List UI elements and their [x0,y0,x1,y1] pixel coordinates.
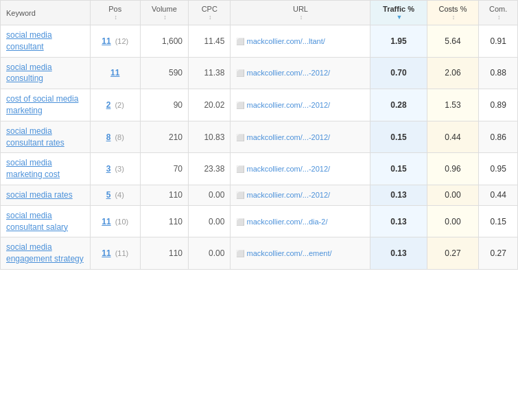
costs-cell: 0.27 [427,237,479,270]
pos-prev: (4) [113,191,124,199]
com-cell: 0.88 [479,57,518,89]
table-row: cost of social media marketing2 (2)9020.… [1,89,518,121]
volume-cell: 110 [140,237,188,270]
costs-cell: 0.44 [427,121,479,153]
sort-volume-icon: ↕ [148,14,183,21]
url-cell: ⬜mackcollier.com/...-2012/ [231,121,370,153]
external-link-icon: ⬜ [236,69,244,77]
cpc-cell: 0.00 [189,185,231,205]
traffic-cell: 0.13 [370,185,427,205]
volume-cell: 110 [140,205,188,237]
volume-cell: 590 [140,57,188,89]
sort-url-icon: ↕ [237,14,364,21]
costs-cell: 2.06 [427,57,479,89]
pos-prev: (8) [113,133,124,141]
pos-prev: (11) [113,249,129,257]
keyword-cell: social media engagement strategy [1,237,91,270]
costs-cell: 5.64 [427,25,479,58]
sort-costs-icon: ↕ [434,14,473,21]
keyword-link[interactable]: social media engagement strategy [6,242,84,264]
pos-cell: 11 (10) [90,205,140,237]
column-header-costs[interactable]: Costs % ↕ [427,1,479,25]
pos-link[interactable]: 3 [106,164,111,174]
pos-prev: (2) [113,101,124,109]
keyword-cell: social media consulting [1,57,91,89]
com-cell: 0.89 [479,89,518,121]
pos-link[interactable]: 11 [102,248,110,258]
cpc-cell: 20.02 [189,89,231,121]
com-cell: 0.91 [479,25,518,58]
url-cell: ⬜mackcollier.com/...ltant/ [231,25,370,58]
volume-cell: 90 [140,89,188,121]
url-link[interactable]: mackcollier.com/...ement/ [246,249,331,257]
pos-cell: 11 (12) [90,25,140,58]
cpc-cell: 0.00 [189,205,231,237]
column-header-cpc[interactable]: CPC ↕ [189,1,231,25]
sort-com-icon: ↕ [486,14,512,21]
com-cell: 0.15 [479,205,518,237]
pos-cell: 11 [90,57,140,89]
keyword-link[interactable]: social media marketing cost [6,158,60,179]
url-link[interactable]: mackcollier.com/...dia-2/ [246,218,327,226]
table-row: social media consulting1159011.38⬜mackco… [1,57,518,89]
url-cell: ⬜mackcollier.com/...-2012/ [231,153,370,185]
keyword-cell: cost of social media marketing [1,89,91,121]
keyword-link[interactable]: social media consultant salary [6,211,68,232]
com-cell: 0.27 [479,237,518,270]
external-link-icon: ⬜ [236,102,244,109]
url-cell: ⬜mackcollier.com/...-2012/ [231,57,370,89]
volume-cell: 1,600 [140,25,188,58]
com-cell: 0.44 [479,185,518,205]
column-header-volume[interactable]: Volume ↕ [140,1,188,25]
costs-cell: 0.00 [427,185,479,205]
url-link[interactable]: mackcollier.com/...ltant/ [246,37,325,45]
volume-cell: 210 [140,121,188,153]
url-cell: ⬜mackcollier.com/...-2012/ [231,89,370,121]
table-row: social media marketing cost3 (3)7023.38⬜… [1,153,518,185]
pos-link[interactable]: 2 [106,100,111,110]
keyword-cell: social media marketing cost [1,153,91,185]
pos-link[interactable]: 8 [106,132,111,142]
pos-prev: (10) [113,218,129,226]
pos-prev: (12) [113,37,129,45]
volume-cell: 70 [140,153,188,185]
column-header-com[interactable]: Com. ↕ [479,1,518,25]
pos-link[interactable]: 11 [110,68,119,78]
cpc-cell: 10.83 [189,121,231,153]
com-cell: 0.95 [479,153,518,185]
keyword-link[interactable]: social media consulting [6,62,52,84]
cpc-cell: 23.38 [189,153,231,185]
pos-cell: 8 (8) [90,121,140,153]
pos-link[interactable]: 11 [102,217,110,226]
traffic-cell: 0.13 [370,237,427,270]
column-header-traffic[interactable]: Traffic % ▼ [370,1,427,25]
column-header-pos[interactable]: Pos ↕ [90,1,140,25]
external-link-icon: ⬜ [236,191,244,199]
costs-cell: 0.00 [427,205,479,237]
url-link[interactable]: mackcollier.com/...-2012/ [246,101,330,109]
traffic-cell: 0.70 [370,57,427,89]
keyword-link[interactable]: social media consultant [6,30,52,51]
table-row: social media rates5 (4)1100.00⬜mackcolli… [1,185,518,205]
pos-link[interactable]: 11 [102,36,110,46]
column-header-url[interactable]: URL ↕ [231,1,370,25]
volume-cell: 110 [140,185,188,205]
url-cell: ⬜mackcollier.com/...dia-2/ [231,205,370,237]
url-link[interactable]: mackcollier.com/...-2012/ [246,191,330,199]
sort-cpc-icon: ↕ [196,14,224,21]
keyword-link[interactable]: social media rates [6,190,73,200]
url-link[interactable]: mackcollier.com/...-2012/ [246,165,330,173]
traffic-cell: 0.28 [370,89,427,121]
url-link[interactable]: mackcollier.com/...-2012/ [246,133,330,141]
traffic-cell: 1.95 [370,25,427,58]
column-header-keyword: Keyword [1,1,91,25]
sort-pos-icon: ↕ [97,14,134,21]
keyword-cell: social media consultant salary [1,205,91,237]
keyword-link[interactable]: cost of social media marketing [6,94,78,115]
costs-cell: 0.96 [427,153,479,185]
pos-link[interactable]: 5 [106,190,111,200]
url-link[interactable]: mackcollier.com/...-2012/ [246,69,330,77]
url-cell: ⬜mackcollier.com/...ement/ [231,237,370,270]
traffic-cell: 0.15 [370,121,427,153]
keyword-link[interactable]: social media consultant rates [6,126,64,148]
